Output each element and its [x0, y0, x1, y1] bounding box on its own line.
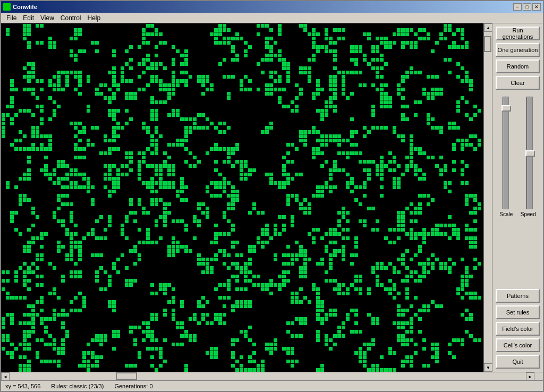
scale-slider-track[interactable] — [503, 97, 509, 209]
titlebar: Conwlife − □ ✕ — [1, 1, 543, 13]
window-title: Conwlife — [13, 4, 37, 10]
scale-label: Scale — [499, 211, 513, 217]
svg-rect-0 — [4, 4, 6, 6]
menu-control[interactable]: Control — [57, 13, 84, 23]
app-icon — [3, 3, 11, 11]
scale-slider-thumb[interactable] — [502, 105, 511, 112]
random-button[interactable]: Random — [496, 59, 540, 73]
menu-view[interactable]: View — [37, 13, 57, 23]
patterns-button[interactable]: Patterns — [496, 289, 540, 303]
clear-button[interactable]: Clear — [496, 76, 540, 90]
svg-rect-3 — [7, 7, 10, 10]
life-canvas[interactable] — [1, 23, 483, 372]
main-area: ▲ ▼ Run generations One generation Rando… — [1, 23, 543, 380]
quit-button[interactable]: Quit — [496, 355, 540, 369]
cells-color-button[interactable]: Cell's color — [496, 338, 540, 352]
menubar: File Edit View Control Help — [1, 13, 543, 23]
run-generations-button[interactable]: Run generations — [496, 27, 540, 40]
menu-file[interactable]: File — [3, 13, 20, 23]
statusbar: xy = 543, 566 Rules: classic (23/3) Gene… — [1, 380, 543, 391]
set-rules-button[interactable]: Set rules — [496, 305, 540, 319]
speed-slider-track[interactable] — [526, 97, 533, 209]
hscroll-track[interactable] — [10, 372, 526, 380]
minimize-button[interactable]: − — [513, 3, 522, 11]
svg-rect-1 — [7, 4, 10, 6]
scroll-left-button[interactable]: ◄ — [1, 372, 10, 380]
menu-edit[interactable]: Edit — [20, 13, 37, 23]
hscroll-thumb[interactable] — [116, 372, 137, 380]
vscroll-track[interactable] — [484, 32, 492, 363]
one-generation-button[interactable]: One generation — [496, 43, 540, 57]
menu-help[interactable]: Help — [84, 13, 104, 23]
scroll-down-button[interactable]: ▼ — [484, 363, 492, 372]
restore-button[interactable]: □ — [523, 3, 531, 11]
speed-slider-container — [520, 97, 540, 209]
game-canvas[interactable] — [1, 23, 483, 372]
fields-color-button[interactable]: Field's color — [496, 322, 540, 336]
scroll-right-button[interactable]: ► — [526, 372, 534, 380]
vertical-scrollbar: ▲ ▼ — [483, 23, 492, 372]
vscroll-thumb[interactable] — [484, 36, 491, 52]
close-button[interactable]: ✕ — [532, 3, 541, 11]
speed-slider-thumb[interactable] — [525, 150, 535, 157]
rules-status: Rules: classic (23/3) — [51, 383, 104, 389]
svg-rect-2 — [4, 7, 6, 10]
xy-status: xy = 543, 566 — [5, 383, 40, 389]
right-panel: Run generations One generation Random Cl… — [492, 23, 543, 372]
speed-label: Speed — [521, 211, 536, 217]
horizontal-scrollbar: ◄ ► — [1, 372, 543, 380]
main-window: Conwlife − □ ✕ File Edit View Control He… — [0, 0, 544, 392]
scroll-up-button[interactable]: ▲ — [484, 23, 492, 32]
generations-status: Generations: 0 — [114, 383, 152, 389]
scale-slider-container — [496, 97, 516, 209]
